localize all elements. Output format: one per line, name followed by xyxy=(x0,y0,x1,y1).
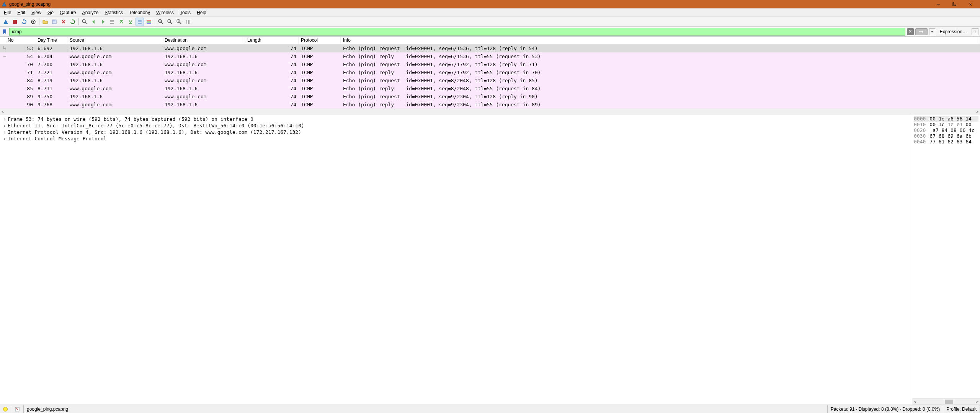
menu-tools[interactable]: Tools xyxy=(177,9,194,16)
app-icon xyxy=(2,2,7,7)
add-filter-button[interactable]: + xyxy=(972,28,978,35)
packet-row[interactable]: 717.721www.google.com192.168.1.674ICMPEc… xyxy=(0,68,980,76)
svg-line-33 xyxy=(180,22,181,24)
status-packet-stats: Packets: 91 · Displayed: 8 (8.8%) · Drop… xyxy=(828,405,943,413)
zoom-out-icon[interactable] xyxy=(166,18,174,26)
start-capture-icon[interactable] xyxy=(2,18,10,26)
svg-line-13 xyxy=(85,22,87,24)
packet-list-scrollbar[interactable]: <> xyxy=(0,109,980,115)
menu-help[interactable]: Help xyxy=(194,9,209,16)
menu-file[interactable]: File xyxy=(1,9,14,16)
filter-apply-button[interactable] xyxy=(915,28,928,35)
menu-telephony[interactable]: Telephony xyxy=(126,9,153,16)
detail-tree-item[interactable]: › Ethernet II, Src: IntelCor_8c:ce:77 (5… xyxy=(0,122,912,129)
detail-tree-item[interactable]: › Internet Control Message Protocol xyxy=(0,135,912,142)
hex-line[interactable]: 000000 1e a6 56 14 xyxy=(914,116,978,122)
status-capture-indicator[interactable] xyxy=(0,405,11,413)
status-file-label: google_ping.pcapng xyxy=(24,405,828,413)
hex-line[interactable]: 003067 68 69 6a 6b xyxy=(914,133,978,139)
svg-line-26 xyxy=(161,22,163,24)
packet-row[interactable]: 536.692192.168.1.6www.google.com74ICMPEc… xyxy=(0,44,980,52)
svg-rect-23 xyxy=(147,21,151,23)
packet-list-header[interactable]: No Day Time Source Destination Length Pr… xyxy=(0,37,980,44)
menu-go[interactable]: Go xyxy=(44,9,57,16)
display-filter-input[interactable] xyxy=(9,28,905,36)
menu-edit[interactable]: Edit xyxy=(14,9,28,16)
goto-last-icon[interactable] xyxy=(126,18,135,26)
hex-scrollbar[interactable]: <> xyxy=(912,398,980,405)
packet-list-pane: No Day Time Source Destination Length Pr… xyxy=(0,37,980,115)
packet-row[interactable]: 909.768www.google.com192.168.1.674ICMPEc… xyxy=(0,101,980,109)
find-icon[interactable] xyxy=(80,18,89,26)
packet-row[interactable]: 546.704www.google.com192.168.1.674ICMPEc… xyxy=(0,52,980,60)
menu-analyze[interactable]: Analyze xyxy=(79,9,102,16)
go-forward-icon[interactable] xyxy=(99,18,107,26)
svg-rect-24 xyxy=(147,23,151,24)
close-button[interactable] xyxy=(962,0,978,8)
menubar: FileEditViewGoCaptureAnalyzeStatisticsTe… xyxy=(0,8,980,17)
detail-tree-item[interactable]: › Frame 53: 74 bytes on wire (592 bits),… xyxy=(0,116,912,122)
open-file-icon[interactable] xyxy=(41,18,49,26)
hex-line[interactable]: 0020 a7 84 08 00 4c xyxy=(914,127,978,133)
col-header-time[interactable]: Day Time xyxy=(35,37,67,44)
svg-point-7 xyxy=(33,21,34,23)
svg-rect-9 xyxy=(53,20,56,21)
col-header-no[interactable]: No xyxy=(0,37,35,44)
svg-text:1: 1 xyxy=(178,20,179,22)
status-expert-info-icon[interactable] xyxy=(11,405,24,413)
reload-icon[interactable] xyxy=(69,18,77,26)
goto-packet-icon[interactable] xyxy=(108,18,116,26)
svg-rect-22 xyxy=(147,20,151,21)
status-profile[interactable]: Profile: Default xyxy=(943,405,980,413)
colorize-icon[interactable] xyxy=(145,18,153,26)
window-title: google_ping.pcapng xyxy=(9,2,930,7)
svg-line-30 xyxy=(170,22,172,24)
filter-history-dropdown[interactable] xyxy=(929,28,935,35)
expression-button[interactable]: Expression… xyxy=(937,28,970,35)
packet-details-pane[interactable]: › Frame 53: 74 bytes on wire (592 bits),… xyxy=(0,115,912,405)
filterbar: ✕ Expression… + xyxy=(0,27,980,37)
hex-line[interactable]: 004077 61 62 63 64 xyxy=(914,139,978,145)
col-header-info[interactable]: Info xyxy=(341,37,980,44)
statusbar: google_ping.pcapng Packets: 91 · Display… xyxy=(0,405,980,413)
goto-first-icon[interactable] xyxy=(117,18,126,26)
menu-capture[interactable]: Capture xyxy=(57,9,79,16)
minimize-button[interactable] xyxy=(930,0,946,8)
resize-columns-icon[interactable] xyxy=(184,18,193,26)
capture-options-icon[interactable] xyxy=(29,18,38,26)
stop-capture-icon[interactable] xyxy=(11,18,19,26)
zoom-reset-icon[interactable]: 1 xyxy=(175,18,183,26)
go-back-icon[interactable] xyxy=(90,18,98,26)
hex-line[interactable]: 001000 3c 1e e1 00 xyxy=(914,122,978,127)
packet-row[interactable]: 899.750192.168.1.6www.google.com74ICMPEc… xyxy=(0,93,980,101)
packet-row[interactable]: 858.731www.google.com192.168.1.674ICMPEc… xyxy=(0,85,980,93)
filter-bookmark-icon[interactable] xyxy=(2,29,8,35)
col-header-length[interactable]: Length xyxy=(245,37,299,44)
zoom-in-icon[interactable] xyxy=(157,18,165,26)
col-header-destination[interactable]: Destination xyxy=(162,37,245,44)
col-header-protocol[interactable]: Protocol xyxy=(299,37,341,44)
col-header-source[interactable]: Source xyxy=(67,37,162,44)
packet-bytes-pane[interactable]: 000000 1e a6 56 14001000 3c 1e e1 000020… xyxy=(912,115,980,405)
save-file-icon[interactable] xyxy=(50,18,59,26)
packet-row[interactable]: 707.700192.168.1.6www.google.com74ICMPEc… xyxy=(0,60,980,68)
autoscroll-icon[interactable] xyxy=(136,18,144,26)
filter-clear-button[interactable]: ✕ xyxy=(907,28,914,35)
packet-row[interactable]: 848.719192.168.1.6www.google.com74ICMPEc… xyxy=(0,76,980,85)
titlebar: google_ping.pcapng xyxy=(0,0,980,8)
svg-point-12 xyxy=(82,20,85,23)
menu-statistics[interactable]: Statistics xyxy=(101,9,126,16)
menu-view[interactable]: View xyxy=(28,9,44,16)
svg-rect-2 xyxy=(954,2,956,5)
close-file-icon[interactable] xyxy=(59,18,68,26)
menu-wireless[interactable]: Wireless xyxy=(153,9,177,16)
svg-rect-5 xyxy=(13,20,17,24)
toolbar: 1 xyxy=(0,17,980,27)
detail-tree-item[interactable]: › Internet Protocol Version 4, Src: 192.… xyxy=(0,129,912,135)
restart-capture-icon[interactable] xyxy=(20,18,28,26)
maximize-button[interactable] xyxy=(946,0,962,8)
